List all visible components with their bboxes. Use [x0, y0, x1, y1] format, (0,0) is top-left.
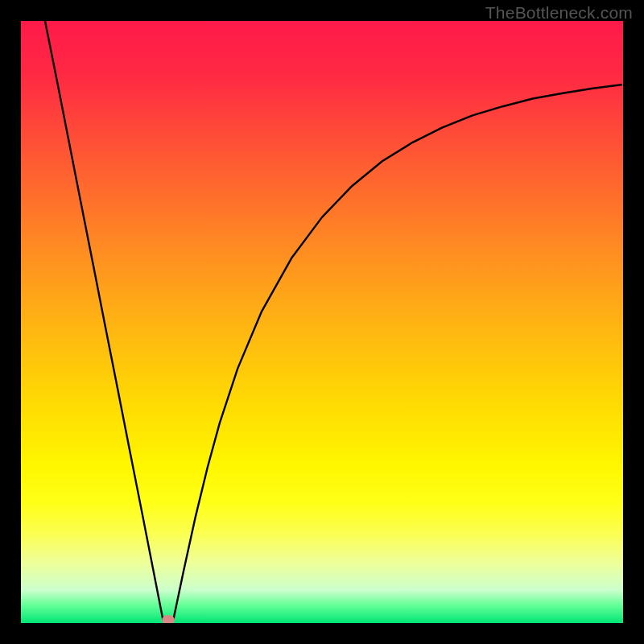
bottleneck-curve: [21, 21, 623, 623]
chart-frame: TheBottleneck.com: [0, 0, 644, 644]
watermark-text: TheBottleneck.com: [485, 3, 633, 23]
optimum-marker: [162, 615, 175, 623]
plot-area: [21, 21, 623, 623]
